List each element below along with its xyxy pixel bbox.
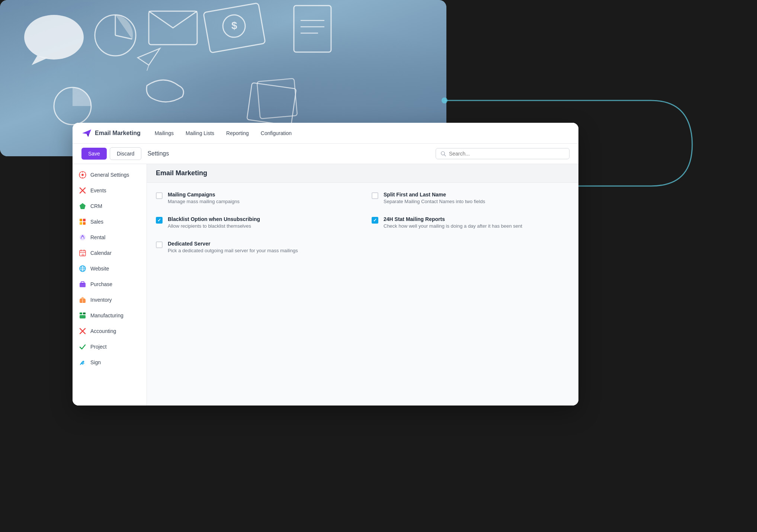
sales-icon [78, 218, 87, 226]
setting-text-24h-stat: 24H Stat Mailing Reports Check how well … [384, 216, 522, 229]
sidebar: General Settings Events CRM [73, 164, 147, 406]
svg-rect-15 [247, 83, 296, 126]
sidebar-item-calendar[interactable]: 31 Calendar [73, 245, 147, 261]
sidebar-item-website[interactable]: Website [73, 261, 147, 276]
app-name: Email Marketing [95, 130, 141, 137]
svg-rect-44 [81, 282, 84, 283]
checkbox-blacklist-option[interactable] [156, 217, 163, 224]
sidebar-item-inventory[interactable]: Inventory [73, 292, 147, 308]
svg-rect-28 [83, 219, 86, 221]
svg-line-4 [115, 35, 132, 39]
nav-items: Mailings Mailing Lists Reporting Configu… [150, 127, 297, 139]
sidebar-item-manufacturing[interactable]: Manufacturing [73, 308, 147, 323]
search-icon [440, 151, 446, 157]
app-window: Email Marketing Mailings Mailing Lists R… [73, 123, 578, 406]
checkbox-24h-stat[interactable] [372, 217, 378, 224]
general-settings-icon [78, 171, 87, 179]
manufacturing-icon [78, 311, 87, 320]
svg-rect-27 [80, 219, 82, 221]
svg-rect-30 [83, 222, 86, 225]
logo-icon [81, 128, 92, 138]
discard-button[interactable]: Discard [110, 147, 141, 160]
svg-point-32 [82, 235, 83, 237]
setting-mailing-campaigns: Mailing Campaigns Manage mass mailing ca… [156, 192, 354, 204]
svg-rect-49 [80, 313, 82, 314]
setting-split-name: Split First and Last Name Separate Maili… [372, 192, 570, 204]
svg-line-21 [444, 155, 446, 156]
accounting-icon [78, 327, 87, 335]
crm-icon [78, 202, 87, 210]
setting-dedicated-server: Dedicated Server Pick a dedicated outgoi… [156, 241, 354, 253]
setting-blacklist-option: Blacklist Option when Unsubscribing Allo… [156, 216, 354, 229]
setting-text-dedicated-server: Dedicated Server Pick a dedicated outgoi… [168, 241, 298, 253]
nav-item-configuration[interactable]: Configuration [256, 127, 297, 139]
svg-marker-26 [80, 203, 86, 209]
page-title: Settings [147, 150, 433, 157]
website-icon [78, 265, 87, 273]
svg-rect-9 [294, 6, 331, 52]
nav-item-mailings[interactable]: Mailings [150, 127, 179, 139]
inventory-icon [78, 296, 87, 304]
sidebar-item-rental[interactable]: Rental [73, 230, 147, 245]
content-area: Email Marketing Mailing Campaigns Manage… [147, 164, 578, 406]
toolbar: Save Discard Settings [73, 144, 578, 164]
main-content: General Settings Events CRM [73, 164, 578, 406]
sidebar-item-sign[interactable]: Sign [73, 355, 147, 370]
project-icon [78, 343, 87, 351]
content-section-title: Email Marketing [147, 164, 578, 183]
svg-rect-51 [80, 315, 86, 318]
checkbox-split-name[interactable] [372, 192, 378, 199]
settings-grid: Mailing Campaigns Manage mass mailing ca… [147, 183, 578, 262]
svg-line-13 [147, 65, 149, 71]
setting-text-split-name: Split First and Last Name Separate Maili… [384, 192, 485, 204]
purchase-icon [78, 280, 87, 288]
save-button[interactable]: Save [81, 148, 107, 160]
events-icon [78, 186, 87, 195]
setting-text-mailing-campaigns: Mailing Campaigns Manage mass mailing ca… [168, 192, 240, 204]
rental-icon [78, 233, 87, 241]
svg-rect-29 [80, 222, 82, 225]
svg-text:31: 31 [81, 253, 84, 256]
svg-marker-46 [80, 297, 86, 299]
svg-rect-50 [83, 313, 86, 314]
app-logo: Email Marketing [81, 128, 141, 138]
search-box [436, 148, 570, 159]
sidebar-item-events[interactable]: Events [73, 183, 147, 198]
checkbox-mailing-campaigns[interactable] [156, 192, 163, 199]
search-input[interactable] [449, 151, 565, 157]
checkbox-dedicated-server[interactable] [156, 241, 163, 248]
sidebar-item-general-settings[interactable]: General Settings [73, 167, 147, 183]
top-nav: Email Marketing Mailings Mailing Lists R… [73, 123, 578, 144]
calendar-icon: 31 [78, 249, 87, 257]
sign-icon [78, 358, 87, 366]
svg-point-23 [81, 174, 84, 176]
svg-text:$: $ [231, 20, 237, 31]
svg-marker-18 [82, 129, 91, 137]
sidebar-item-crm[interactable]: CRM [73, 198, 147, 214]
sidebar-item-accounting[interactable]: Accounting [73, 323, 147, 339]
setting-text-blacklist-option: Blacklist Option when Unsubscribing Allo… [168, 216, 260, 229]
sidebar-item-project[interactable]: Project [73, 339, 147, 355]
sidebar-item-sales[interactable]: Sales [73, 214, 147, 230]
svg-point-0 [24, 15, 84, 60]
nav-item-reporting[interactable]: Reporting [221, 127, 254, 139]
nav-item-mailing-lists[interactable]: Mailing Lists [180, 127, 219, 139]
setting-24h-stat: 24H Stat Mailing Reports Check how well … [372, 216, 570, 229]
sidebar-item-purchase[interactable]: Purchase [73, 276, 147, 292]
